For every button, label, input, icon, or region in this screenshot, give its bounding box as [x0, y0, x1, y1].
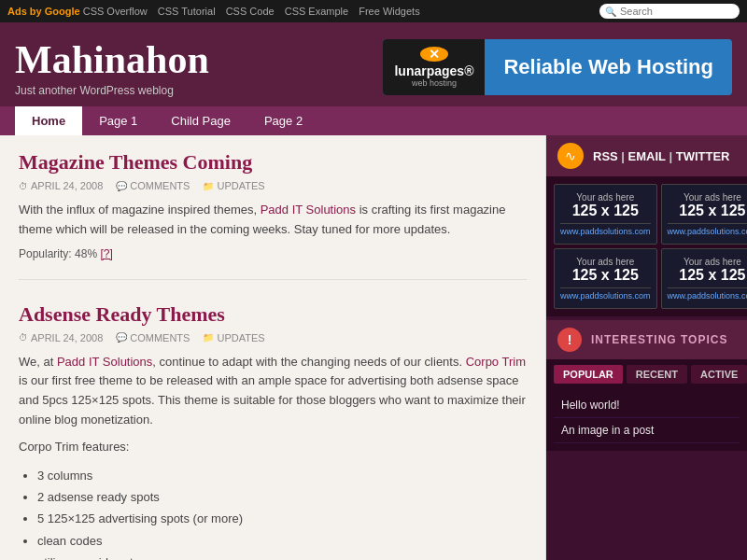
ad-3-label: Your ads here: [560, 257, 651, 267]
feature-2: 2 adsense ready spots: [37, 486, 527, 508]
clock-icon: ⏱: [19, 181, 28, 191]
post-1-pop-link[interactable]: [?]: [100, 247, 112, 260]
nav-page1[interactable]: Page 1: [82, 106, 154, 135]
post-1-link[interactable]: Padd IT Solutions: [261, 203, 356, 217]
ad-1-url: www.paddsolutions.com: [560, 223, 651, 236]
post-1-popularity: Popularity: 48% [?]: [19, 247, 527, 260]
post-2: Adsense Ready Themes ⏱ APRIL 24, 2008 💬 …: [19, 302, 527, 560]
post-2-title: Adsense Ready Themes: [19, 302, 527, 327]
search-input[interactable]: [620, 6, 732, 17]
topics-item-2[interactable]: An image in a post: [554, 418, 740, 443]
topbar: Ads by Google CSS Overflow CSS Tutorial …: [0, 0, 747, 22]
header: Mahinahon Just another WordPress weblog …: [0, 22, 747, 106]
topics-widget-header: ! INTERESTING TOPICS: [546, 320, 747, 359]
ad-grid: Your ads here 125 x 125 www.paddsolution…: [546, 176, 747, 316]
post-2-comments[interactable]: 💬 COMMENTS: [116, 332, 190, 343]
nav: Home Page 1 Child Page Page 2: [0, 106, 747, 135]
clock-icon-2: ⏱: [19, 332, 28, 343]
topics-widget: ! INTERESTING TOPICS POPULAR RECENT ACTI…: [546, 320, 747, 451]
topics-item-1[interactable]: Hello world!: [554, 393, 740, 418]
search-icon: 🔍: [605, 7, 616, 17]
post-1-category[interactable]: 📁 UPDATES: [203, 180, 264, 191]
content-area: Magazine Themes Coming ⏱ APRIL 24, 2008 …: [0, 135, 546, 560]
ads-label: Ads by Google: [7, 6, 80, 17]
rss-sep2: |: [669, 149, 675, 163]
topics-tab-popular[interactable]: POPULAR: [554, 365, 623, 384]
header-ad-headline: Reliable Web Hosting: [485, 55, 732, 79]
rss-icon: ∿: [557, 143, 584, 169]
comment-icon-2: 💬: [116, 332, 127, 343]
nav-page2[interactable]: Page 2: [247, 106, 319, 135]
twitter-link[interactable]: TWITTER: [676, 149, 730, 163]
post-1-comments[interactable]: 💬 COMMENTS: [116, 180, 190, 191]
main-content: Magazine Themes Coming ⏱ APRIL 24, 2008 …: [0, 135, 747, 560]
lunarpages-icon: ✕: [420, 47, 448, 62]
post-2-body: We, at Padd IT Solutions, continue to ad…: [19, 353, 527, 430]
ad-1-label: Your ads here: [560, 192, 651, 203]
site-branding: Mahinahon Just another WordPress weblog: [15, 37, 209, 97]
ad-box-2[interactable]: Your ads here 125 x 125 www.paddsolution…: [661, 184, 747, 245]
rss-widget-header: ∿ RSS | EMAIL | TWITTER: [546, 135, 747, 176]
post-2-category[interactable]: 📁 UPDATES: [203, 332, 264, 343]
ad-box-1[interactable]: Your ads here 125 x 125 www.paddsolution…: [554, 184, 657, 245]
feature-4: clean codes: [37, 530, 527, 552]
rss-widget: ∿ RSS | EMAIL | TWITTER: [546, 135, 747, 176]
lunarpages-subtext: web hosting: [412, 78, 457, 88]
header-ad-logo: ✕ lunarpages® web hosting: [383, 39, 485, 95]
email-link[interactable]: EMAIL: [628, 149, 666, 163]
feature-3: 5 125×125 advertising spots (or more): [37, 508, 527, 529]
ad-4-label: Your ads here: [668, 257, 747, 267]
ad-3-url: www.paddsolutions.com: [560, 287, 651, 301]
comment-icon: 💬: [116, 181, 127, 191]
folder-icon: 📁: [203, 181, 214, 191]
post-2-features-label: Corpo Trim features:: [19, 438, 527, 457]
ad-2-url: www.paddsolutions.com: [668, 223, 747, 236]
topbar-link-2[interactable]: CSS Tutorial: [158, 6, 216, 17]
nav-childpage[interactable]: Child Page: [154, 106, 247, 135]
nav-home[interactable]: Home: [15, 106, 82, 135]
topics-tab-active[interactable]: ACTIVE: [691, 365, 747, 384]
rss-widget-title: RSS | EMAIL | TWITTER: [593, 149, 729, 163]
topbar-link-5[interactable]: Free Widgets: [359, 6, 419, 17]
topics-tab-recent[interactable]: RECENT: [627, 365, 687, 384]
feature-5: utilizes a grid system: [37, 552, 527, 560]
post-2-link-padd[interactable]: Padd IT Solutions: [57, 355, 152, 369]
ad-2-label: Your ads here: [668, 192, 747, 203]
site-tagline: Just another WordPress weblog: [15, 84, 209, 97]
post-1-title: Magazine Themes Coming: [19, 150, 527, 175]
ad-box-3[interactable]: Your ads here 125 x 125 www.paddsolution…: [554, 248, 657, 309]
post-2-meta: ⏱ APRIL 24, 2008 💬 COMMENTS 📁 UPDATES: [19, 332, 527, 343]
topbar-link-1[interactable]: CSS Overflow: [83, 6, 148, 17]
post-1-body: With the influx of magazine inspired the…: [19, 201, 527, 240]
sidebar: ∿ RSS | EMAIL | TWITTER Your ads here 12…: [546, 135, 747, 560]
topbar-link-4[interactable]: CSS Example: [285, 6, 348, 17]
header-ad[interactable]: ✕ lunarpages® web hosting Reliable Web H…: [383, 39, 732, 95]
post-2-features: 3 columns 2 adsense ready spots 5 125×12…: [37, 465, 527, 560]
post-2-link-corpo[interactable]: Corpo Trim: [466, 355, 526, 369]
topics-icon: !: [557, 328, 582, 352]
topbar-link-3[interactable]: CSS Code: [226, 6, 275, 17]
folder-icon-2: 📁: [203, 332, 214, 343]
post-1-meta: ⏱ APRIL 24, 2008 💬 COMMENTS 📁 UPDATES: [19, 180, 527, 191]
ad-2-size: 125 x 125: [668, 203, 747, 219]
topics-tabs: POPULAR RECENT ACTIVE: [546, 359, 747, 389]
rss-sep1: |: [621, 149, 627, 163]
post-1-date: ⏱ APRIL 24, 2008: [19, 180, 103, 191]
site-title: Mahinahon: [15, 37, 209, 82]
lunarpages-name: lunarpages®: [394, 63, 473, 78]
post-2-date: ⏱ APRIL 24, 2008: [19, 332, 103, 343]
rss-link[interactable]: RSS: [593, 149, 618, 163]
ad-3-size: 125 x 125: [560, 267, 651, 284]
post-1: Magazine Themes Coming ⏱ APRIL 24, 2008 …: [19, 150, 527, 280]
ad-1-size: 125 x 125: [560, 203, 651, 219]
ad-4-url: www.paddsolutions.com: [668, 287, 747, 301]
topics-widget-title: INTERESTING TOPICS: [591, 333, 727, 346]
feature-1: 3 columns: [37, 465, 527, 486]
topbar-links: Ads by Google CSS Overflow CSS Tutorial …: [7, 6, 428, 17]
ad-box-4[interactable]: Your ads here 125 x 125 www.paddsolution…: [661, 248, 747, 309]
topics-list: Hello world! An image in a post: [546, 389, 747, 451]
search-box[interactable]: 🔍: [599, 4, 740, 19]
ad-4-size: 125 x 125: [668, 267, 747, 284]
